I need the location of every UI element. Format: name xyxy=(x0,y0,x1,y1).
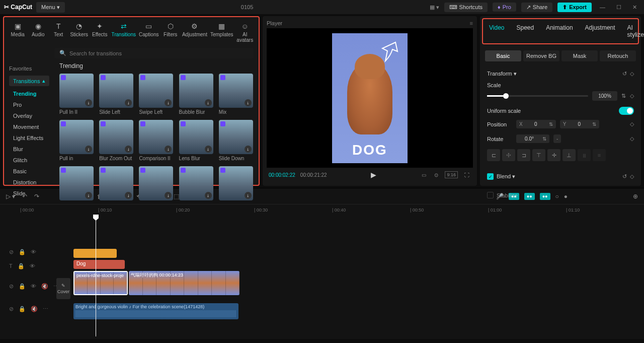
player-menu-icon[interactable]: ≡ xyxy=(470,20,473,26)
text-clip[interactable]: Dog xyxy=(73,260,125,269)
redo-button[interactable]: ↷ xyxy=(34,193,39,200)
category-glitch[interactable]: Glitch xyxy=(9,155,49,166)
track-mute[interactable]: 🔇 xyxy=(41,283,48,290)
subtab-retouch[interactable]: Retouch xyxy=(600,50,636,61)
blend-label[interactable]: Blend ▾ xyxy=(497,173,515,180)
reset-icon[interactable]: ↺ xyxy=(622,173,627,180)
align-center-v[interactable]: ✛ xyxy=(547,149,560,161)
scale-value[interactable] xyxy=(592,91,617,101)
search-input[interactable]: 🔍 xyxy=(54,48,254,58)
transition-swipe-left[interactable]: Swipe Left xyxy=(139,74,174,115)
track-text[interactable]: T xyxy=(9,263,13,269)
subtab-mask[interactable]: Mask xyxy=(561,50,598,61)
keyframe-icon[interactable]: ◇ xyxy=(630,121,634,127)
stabilize-label[interactable]: Stabilize xyxy=(497,192,518,198)
media-tab-audio[interactable]: ◉Audio xyxy=(28,19,47,46)
scale-icon[interactable]: ⊙ xyxy=(433,172,440,178)
track-hide[interactable]: ⊘ xyxy=(9,306,14,312)
select-tool[interactable]: ▷ ▾ xyxy=(6,193,15,200)
category-pro[interactable]: Pro xyxy=(9,99,49,110)
video-clip-2[interactable]: 气喘吁吁的狗 00:00:14:23 xyxy=(129,271,239,295)
undo-button[interactable]: ↶ xyxy=(22,193,27,200)
media-tab-adjustment[interactable]: ⚙Adjustment xyxy=(181,19,208,46)
media-tab-transitions[interactable]: ⇄Transitions xyxy=(110,19,137,46)
export-button[interactable]: ⬆ Export xyxy=(557,3,592,12)
align-bottom[interactable]: ⊥ xyxy=(562,149,576,161)
category-movement[interactable]: Movement xyxy=(9,121,49,132)
media-tab-text[interactable]: TText xyxy=(49,19,68,46)
scale-stepper[interactable]: ⇅ xyxy=(621,93,626,99)
rotate-dash[interactable]: - xyxy=(553,134,561,143)
media-tab-stickers[interactable]: ◔Stickers xyxy=(69,19,89,46)
tab-adjustment[interactable]: Adjustment xyxy=(579,19,621,43)
media-tab-ai avatars[interactable]: ☺AI avatars xyxy=(235,19,255,46)
subtab-remove-bg[interactable]: Remove BG xyxy=(523,50,559,61)
close-icon[interactable]: ✕ xyxy=(629,4,640,11)
shortcuts-button[interactable]: ⌨ Shortcuts xyxy=(444,3,488,12)
video-clip-1[interactable]: pexels-rdne-stock-proje xyxy=(73,271,128,295)
transition-comparison-ii[interactable]: Comparison II xyxy=(139,120,174,161)
transition-item[interactable] xyxy=(99,166,134,202)
track-lock[interactable]: 🔒 xyxy=(19,306,26,312)
category-blur[interactable]: Blur xyxy=(9,144,49,155)
transition-slide-left[interactable]: Slide Left xyxy=(99,74,134,115)
media-tab-media[interactable]: ▣Media xyxy=(8,19,27,46)
stabilize-checkbox[interactable] xyxy=(487,192,494,198)
blend-checkbox[interactable]: ✓ xyxy=(487,173,494,180)
align-left[interactable]: ⊏ xyxy=(487,149,500,161)
position-y-input[interactable]: Y⇅ xyxy=(560,120,600,128)
reset-icon[interactable]: ↺ xyxy=(622,71,627,77)
transition-pull-in[interactable]: Pull in xyxy=(59,120,94,161)
crop-tool[interactable]: ⬚ xyxy=(174,193,179,200)
align-center-h[interactable]: ☩ xyxy=(502,149,515,161)
category-light-effects[interactable]: Light Effects xyxy=(9,132,49,144)
sidebar-category-transitions[interactable]: Transitions▴ xyxy=(9,76,49,86)
video-preview[interactable]: DOG xyxy=(267,28,473,168)
media-tab-filters[interactable]: ⬡Filters xyxy=(160,19,180,46)
position-x-input[interactable]: X⇅ xyxy=(516,120,556,128)
cover-button[interactable]: ✎Cover xyxy=(56,278,70,299)
track-mute[interactable]: 🔇 xyxy=(31,306,38,312)
share-button[interactable]: ↗ Share xyxy=(521,3,552,12)
media-tab-effects[interactable]: ✦Effects xyxy=(90,19,109,46)
align-right[interactable]: ⊐ xyxy=(517,149,530,161)
transition-slide-down[interactable]: Slide Down xyxy=(219,120,254,161)
track-lock[interactable]: 🔒 xyxy=(18,263,25,269)
ratio-badge[interactable]: 9:16 xyxy=(445,171,458,178)
keyframe-icon[interactable]: ◇ xyxy=(630,93,634,99)
distribute-h[interactable]: ⫼ xyxy=(578,149,591,161)
playhead[interactable] xyxy=(96,216,96,336)
keyframe-icon[interactable]: ◇ xyxy=(630,173,634,180)
align-top[interactable]: ⊤ xyxy=(532,149,545,161)
transition-pull-in-ii[interactable]: Pull In II xyxy=(59,74,94,115)
track-hide[interactable]: ⊘ xyxy=(9,283,14,290)
layout-icon[interactable]: ▦ ▾ xyxy=(430,4,439,11)
track-lock[interactable]: 🔒 xyxy=(19,249,26,255)
play-button[interactable]: ▶ xyxy=(332,171,416,179)
rotate-input[interactable]: ⇅ xyxy=(516,134,549,143)
transition-bubble-blur[interactable]: Bubble Blur xyxy=(179,74,214,115)
tab-animation[interactable]: Animation xyxy=(540,19,579,43)
category-trending[interactable]: Trending xyxy=(9,88,49,99)
track-visible[interactable]: 👁 xyxy=(30,263,35,269)
distribute-v[interactable]: ≡ xyxy=(593,149,606,161)
media-tab-captions[interactable]: ▭Captions xyxy=(138,19,159,46)
transform-section[interactable]: Transform ▾ xyxy=(487,71,517,77)
track-lock[interactable]: 🔒 xyxy=(19,283,26,290)
category-distortion[interactable]: Distortion xyxy=(9,177,49,188)
track-more[interactable]: ⋯ xyxy=(43,306,48,312)
tab-speed[interactable]: Speed xyxy=(510,19,540,43)
scale-slider[interactable] xyxy=(487,95,588,97)
transition-lens-blur[interactable]: Lens Blur xyxy=(179,120,214,161)
category-overlay[interactable]: Overlay xyxy=(9,110,49,121)
track-visible[interactable]: 👁 xyxy=(31,249,36,255)
media-tab-templates[interactable]: ▦Templates xyxy=(209,19,234,46)
fullscreen-icon[interactable]: ⛶ xyxy=(463,172,471,178)
fullwidth-icon[interactable]: ▭ xyxy=(420,172,428,178)
category-basic[interactable]: Basic xyxy=(9,166,49,177)
transition-item[interactable] xyxy=(179,166,214,202)
subtab-basic[interactable]: Basic xyxy=(485,50,521,61)
tab-video[interactable]: Video xyxy=(483,19,510,43)
keyframe-icon[interactable]: ◇ xyxy=(630,135,634,142)
keyframe-icon[interactable]: ◇ xyxy=(630,71,634,77)
